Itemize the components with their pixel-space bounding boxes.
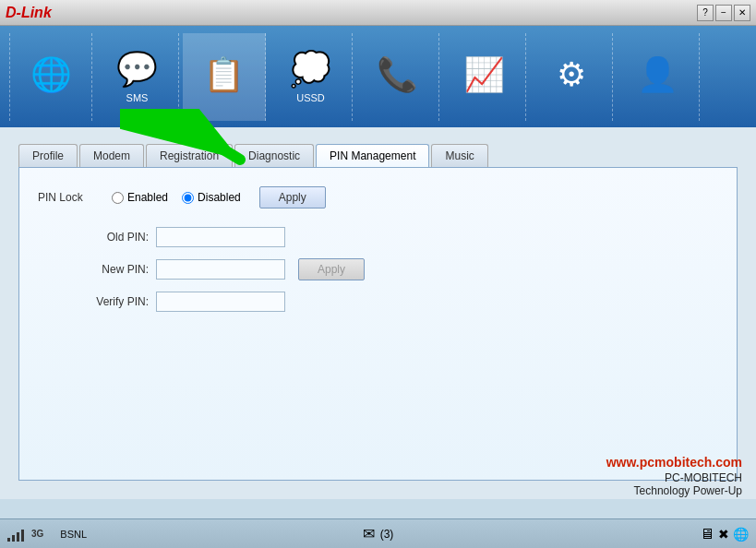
tab-pin-management[interactable]: PIN Management xyxy=(316,144,429,167)
new-pin-input[interactable] xyxy=(156,259,285,280)
radio-enabled[interactable]: Enabled xyxy=(112,191,168,204)
watermark-tagline: Technology Power-Up xyxy=(634,484,742,497)
verify-pin-row: Verify PIN: xyxy=(75,292,718,312)
apply-pin-button[interactable]: Apply xyxy=(298,258,365,280)
ussd-icon: 💭 xyxy=(290,50,331,89)
globe-icon: 🌐 xyxy=(733,527,749,542)
monitor-icon: 🖥 xyxy=(700,526,714,542)
verify-pin-label: Verify PIN: xyxy=(75,295,149,308)
radio-disabled-input[interactable] xyxy=(182,192,194,204)
window-controls: ? − ✕ xyxy=(697,5,750,21)
nav-ussd[interactable]: 💭 USSD xyxy=(270,33,353,121)
nav-bar: 🌐 💬 SMS 📋 💭 USSD 📞 📈 ⚙ 👤 xyxy=(0,26,756,127)
signal-bar-2 xyxy=(12,535,15,542)
pin-lock-label: PIN Lock xyxy=(38,191,112,204)
dial-icon: 📞 xyxy=(377,55,418,94)
app-logo: D-Link xyxy=(6,5,52,21)
minimize-button[interactable]: − xyxy=(715,5,732,21)
carrier-name: BSNL xyxy=(60,529,87,540)
watermark-logo: PC-MOBITECH Technology Power-Up xyxy=(606,471,742,497)
nav-dial[interactable]: 📞 xyxy=(356,33,439,121)
signal-bar-4 xyxy=(21,530,24,542)
nav-contacts[interactable]: 📋 xyxy=(183,33,266,121)
disabled-label: Disabled xyxy=(198,191,241,204)
status-icons: 🖥 ✖ 🌐 xyxy=(700,526,749,542)
help-icon: 👤 xyxy=(637,55,678,94)
sms-icon: 💬 xyxy=(116,50,158,89)
signal-bar-3 xyxy=(17,532,19,542)
message-count: (3) xyxy=(380,528,394,541)
tab-profile[interactable]: Profile xyxy=(18,144,78,167)
settings-icon: ⚙ xyxy=(557,55,586,94)
sms-label: SMS xyxy=(126,92,149,103)
internet-icon: 🌐 xyxy=(30,55,72,94)
nav-stats[interactable]: 📈 xyxy=(443,33,526,121)
logo-dlink: D-Link xyxy=(6,5,52,20)
signal-bar-1 xyxy=(7,538,10,542)
contacts-icon: 📋 xyxy=(203,55,245,94)
new-pin-label: New PIN: xyxy=(75,263,149,276)
watermark-logo-text: PC-MOBITECH xyxy=(665,471,742,484)
network-icon: ✖ xyxy=(718,527,729,542)
stats-icon: 📈 xyxy=(463,55,505,94)
radio-disabled[interactable]: Disabled xyxy=(182,191,241,204)
watermark-url: www.pcmobitech.com xyxy=(606,455,742,470)
enabled-label: Enabled xyxy=(127,191,168,204)
status-center: ✉ (3) xyxy=(363,525,394,542)
status-left: 3G BSNL xyxy=(7,527,87,542)
envelope-icon: ✉ xyxy=(363,525,375,542)
old-pin-row: Old PIN: xyxy=(75,227,718,247)
pin-lock-row: PIN Lock Enabled Disabled Apply xyxy=(38,186,718,208)
content-panel: PIN Lock Enabled Disabled Apply Old PIN:… xyxy=(18,167,738,481)
old-pin-label: Old PIN: xyxy=(75,231,149,244)
help-button[interactable]: ? xyxy=(697,5,714,21)
apply-lock-button[interactable]: Apply xyxy=(259,186,326,208)
radio-group: Enabled Disabled xyxy=(112,191,241,204)
nav-settings[interactable]: ⚙ xyxy=(530,33,613,121)
signal-strength xyxy=(7,527,24,542)
status-right: 🖥 ✖ 🌐 xyxy=(700,526,749,542)
new-pin-row: New PIN: Apply xyxy=(75,258,718,280)
radio-enabled-input[interactable] xyxy=(112,192,124,204)
title-bar: D-Link ? − ✕ xyxy=(0,0,756,26)
old-pin-input[interactable] xyxy=(156,227,285,247)
ussd-label: USSD xyxy=(296,92,325,103)
watermark: www.pcmobitech.com PC-MOBITECH Technolog… xyxy=(606,455,742,497)
nav-sms[interactable]: 💬 SMS xyxy=(96,33,179,121)
nav-help[interactable]: 👤 xyxy=(617,33,700,121)
verify-pin-input[interactable] xyxy=(156,292,285,312)
status-bar: 3G BSNL ✉ (3) 🖥 ✖ 🌐 xyxy=(0,518,756,548)
tab-music[interactable]: Music xyxy=(431,144,487,167)
nav-internet[interactable]: 🌐 xyxy=(9,33,92,121)
network-type: 3G xyxy=(31,529,43,539)
main-area: Profile Modem Registration Diagnostic PI… xyxy=(0,127,756,499)
close-button[interactable]: ✕ xyxy=(734,5,750,21)
